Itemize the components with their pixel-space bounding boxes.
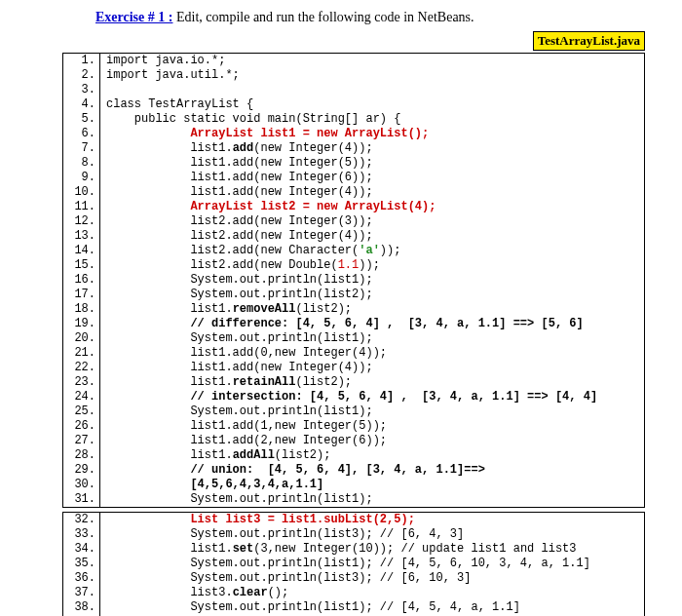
code-line: 4.class TestArrayList {: [63, 97, 644, 112]
code-line: 16. System.out.println(list1);: [63, 273, 644, 288]
code-content: list1.add(new Integer(4));: [100, 361, 644, 375]
code-content: [4,5,6,4,3,4,a,1.1]: [100, 478, 644, 492]
code-line: 33. System.out.println(list3); // [6, 4,…: [63, 527, 644, 542]
line-number: 38.: [63, 600, 100, 615]
code-content: class TestArrayList {: [100, 97, 644, 112]
code-line: 7. list1.add(new Integer(4));: [63, 141, 644, 156]
line-number: 21.: [63, 346, 100, 361]
code-content: List list3 = list1.subList(2,5);: [100, 513, 644, 527]
code-content: list1.add(new Integer(6));: [100, 171, 644, 185]
code-content: System.out.println(list1); // [4, 5, 6, …: [100, 557, 644, 571]
code-line: 37. list3.clear();: [63, 586, 644, 600]
exercise-title: Exercise # 1 :: [95, 10, 172, 24]
line-number: 33.: [63, 527, 100, 542]
line-number: 18.: [63, 302, 100, 317]
code-content: list1.set(3,new Integer(10)); // update …: [100, 542, 644, 557]
code-content: list1.add(0,new Integer(4));: [100, 346, 644, 361]
code-line: 30. [4,5,6,4,3,4,a,1.1]: [63, 478, 644, 492]
code-line: 17. System.out.println(list2);: [63, 288, 644, 302]
code-content: ArrayList list1 = new ArrayList();: [100, 127, 644, 141]
code-line: 38. System.out.println(list1); // [4, 5,…: [63, 600, 644, 615]
code-content: list1.addAll(list2);: [100, 448, 644, 463]
code-content: list1.add(new Integer(5));: [100, 156, 644, 171]
line-number: 8.: [63, 156, 100, 171]
code-content: list1.add(new Integer(4));: [100, 185, 644, 200]
code-line: 21. list1.add(0,new Integer(4));: [63, 346, 644, 361]
line-number: 17.: [63, 288, 100, 302]
line-number: 6.: [63, 127, 100, 141]
code-line: 3.: [63, 83, 644, 97]
line-number: 30.: [63, 478, 100, 492]
exercise-subtitle: Edit, compile and run the following code…: [172, 10, 474, 24]
code-line: 26. list1.add(1,new Integer(5));: [63, 419, 644, 434]
line-number: 35.: [63, 557, 100, 571]
line-number: 13.: [63, 229, 100, 244]
code-line: 15. list2.add(new Double(1.1));: [63, 258, 644, 273]
code-content: // difference: [4, 5, 6, 4] , [3, 4, a, …: [100, 317, 644, 331]
filename-badge: TestArrayList.java: [533, 31, 645, 51]
line-number: 1.: [63, 54, 100, 68]
code-line: 11. ArrayList list2 = new ArrayList(4);: [63, 200, 644, 214]
code-content: list2.add(new Double(1.1));: [100, 258, 644, 273]
code-content: list1.add(1,new Integer(5));: [100, 419, 644, 434]
code-line: 28. list1.addAll(list2);: [63, 448, 644, 463]
code-content: list1.add(2,new Integer(6));: [100, 434, 644, 448]
line-number: 36.: [63, 571, 100, 586]
code-line: 20. System.out.println(list1);: [63, 331, 644, 346]
code-box-2: 32. List list3 = list1.subList(2,5);33. …: [62, 512, 645, 616]
code-line: 6. ArrayList list1 = new ArrayList();: [63, 127, 644, 141]
line-number: 26.: [63, 419, 100, 434]
line-number: 3.: [63, 83, 100, 97]
code-content: ArrayList list2 = new ArrayList(4);: [100, 200, 644, 214]
code-content: System.out.println(list3); // [6, 4, 3]: [100, 527, 644, 542]
code-line: 23. list1.retainAll(list2);: [63, 375, 644, 390]
line-number: 11.: [63, 200, 100, 214]
line-number: 31.: [63, 492, 100, 507]
code-line: 22. list1.add(new Integer(4));: [63, 361, 644, 375]
line-number: 5.: [63, 112, 100, 127]
line-number: 25.: [63, 404, 100, 419]
code-box-1: 1.import java.io.*;2.import java.util.*;…: [62, 53, 645, 508]
code-content: System.out.println(list1); // [4, 5, 4, …: [100, 600, 644, 615]
code-content: System.out.println(list1);: [100, 331, 644, 346]
code-line: 2.import java.util.*;: [63, 68, 644, 83]
code-line: 1.import java.io.*;: [63, 54, 644, 68]
code-content: import java.io.*;: [100, 54, 644, 68]
code-content: System.out.println(list3); // [6, 10, 3]: [100, 571, 644, 586]
code-line: 24. // intersection: [4, 5, 6, 4] , [3, …: [63, 390, 644, 404]
exercise-header: Exercise # 1 : Edit, compile and run the…: [8, 8, 674, 31]
code-content: System.out.println(list1);: [100, 404, 644, 419]
code-line: 13. list2.add(new Integer(4));: [63, 229, 644, 244]
code-content: // intersection: [4, 5, 6, 4] , [3, 4, a…: [100, 390, 644, 404]
code-content: System.out.println(list1);: [100, 492, 644, 507]
line-number: 14.: [63, 244, 100, 258]
code-line: 8. list1.add(new Integer(5));: [63, 156, 644, 171]
code-line: 25. System.out.println(list1);: [63, 404, 644, 419]
code-line: 29. // union: [4, 5, 6, 4], [3, 4, a, 1.…: [63, 463, 644, 478]
code-line: 9. list1.add(new Integer(6));: [63, 171, 644, 185]
code-line: 32. List list3 = list1.subList(2,5);: [63, 513, 644, 527]
code-line: 18. list1.removeAll(list2);: [63, 302, 644, 317]
code-content: list2.add(new Integer(3));: [100, 214, 644, 229]
line-number: 37.: [63, 586, 100, 600]
code-content: import java.util.*;: [100, 68, 644, 83]
code-content: list2.add(new Integer(4));: [100, 229, 644, 244]
code-content: public static void main(String[] ar) {: [100, 112, 644, 127]
code-content: list2.add(new Character('a'));: [100, 244, 644, 258]
code-content: System.out.println(list2);: [100, 288, 644, 302]
code-line: 27. list1.add(2,new Integer(6));: [63, 434, 644, 448]
code-content: list1.add(new Integer(4));: [100, 141, 644, 156]
line-number: 24.: [63, 390, 100, 404]
line-number: 16.: [63, 273, 100, 288]
code-content: list1.retainAll(list2);: [100, 375, 644, 390]
line-number: 29.: [63, 463, 100, 478]
code-content: System.out.println(list1);: [100, 273, 644, 288]
line-number: 27.: [63, 434, 100, 448]
line-number: 2.: [63, 68, 100, 83]
code-line: 12. list2.add(new Integer(3));: [63, 214, 644, 229]
line-number: 28.: [63, 448, 100, 463]
code-line: 5. public static void main(String[] ar) …: [63, 112, 644, 127]
line-number: 19.: [63, 317, 100, 331]
line-number: 7.: [63, 141, 100, 156]
line-number: 23.: [63, 375, 100, 390]
